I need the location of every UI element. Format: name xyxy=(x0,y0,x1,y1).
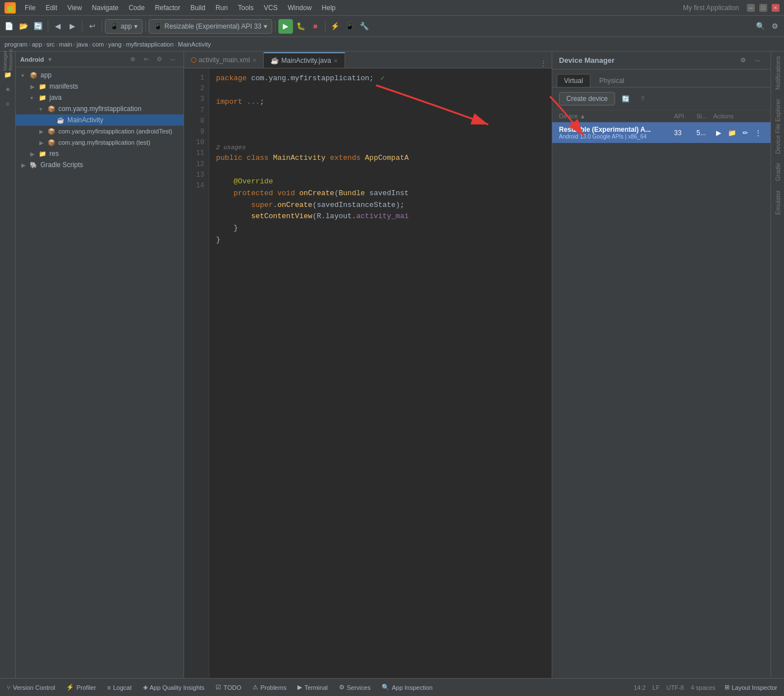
menu-edit[interactable]: Edit xyxy=(41,3,62,13)
sdk-btn[interactable]: 🔧 xyxy=(357,20,371,33)
maximize-button[interactable]: □ xyxy=(759,4,767,12)
tree-item-java[interactable]: ▾ 📁 java xyxy=(16,92,184,103)
back-btn[interactable]: ◀ xyxy=(51,20,65,33)
breadcrumb-mainactivity[interactable]: MainActivity xyxy=(178,41,211,48)
profiler-btn[interactable]: ⚡ Profiler xyxy=(64,683,98,692)
tree-item-gradle[interactable]: ▶ 🐘 Gradle Scripts xyxy=(16,159,184,170)
layout-inspector-btn[interactable]: ⊞ Layout Inspector xyxy=(722,683,780,692)
undo-btn[interactable]: ↩ xyxy=(85,20,99,33)
settings-btn[interactable]: ⚙ xyxy=(768,20,782,33)
structure-btn[interactable]: ≡ xyxy=(2,98,14,110)
tab-more-btn[interactable]: ⋮ xyxy=(535,59,552,68)
version-control-btn[interactable]: ⑂ Version Control xyxy=(4,683,57,692)
new-file-btn[interactable]: 📄 xyxy=(2,20,16,33)
avd-btn[interactable]: 📱 xyxy=(343,20,356,33)
breadcrumb-main[interactable]: main xyxy=(59,41,72,48)
tab-virtual[interactable]: Virtual xyxy=(557,74,590,87)
menu-run[interactable]: Run xyxy=(211,3,232,13)
menu-code[interactable]: Code xyxy=(124,3,149,13)
module-dropdown[interactable]: 📱 app ▾ xyxy=(105,19,143,34)
menu-file[interactable]: File xyxy=(20,3,40,13)
chevron-down-icon3[interactable]: ▾ xyxy=(48,56,52,63)
profiler-label: Profiler xyxy=(76,684,96,691)
resource-manager-btn[interactable]: Resource Manager xyxy=(2,54,14,66)
terminal-btn[interactable]: ▶ Terminal xyxy=(295,683,330,692)
device-manager-title: Device Manager ⚙ ─ xyxy=(552,52,771,70)
line-endings[interactable]: LF xyxy=(653,684,660,691)
debug-btn[interactable]: 🐛 xyxy=(294,20,308,33)
cursor-position[interactable]: 14:2 xyxy=(634,684,645,691)
open-btn[interactable]: 📂 xyxy=(17,20,30,33)
open-folder-btn[interactable]: 📁 xyxy=(727,127,738,139)
menu-tools[interactable]: Tools xyxy=(233,3,258,13)
run-device-btn[interactable]: ▶ xyxy=(713,127,725,139)
code-content[interactable]: package com.yang.myfirstapplication; ✓ i… xyxy=(209,68,552,678)
problems-btn[interactable]: ⚠ Problems xyxy=(250,683,288,692)
sync-gradle-btn[interactable]: ⚡ xyxy=(328,20,342,33)
locate-file-btn[interactable]: ⊕ xyxy=(126,53,139,66)
emulator-label[interactable]: Emulator xyxy=(773,186,782,219)
tree-item-mainactivity[interactable]: ▶ ☕ MainActivity xyxy=(16,114,184,126)
logcat-btn[interactable]: ≡ Logcat xyxy=(105,683,134,692)
tab-close-main[interactable]: ✕ xyxy=(333,58,338,64)
tree-arrow-manifests: ▶ xyxy=(30,84,37,90)
indent-size[interactable]: 4 spaces xyxy=(691,684,716,691)
menu-help[interactable]: Help xyxy=(317,3,340,13)
menu-navigate[interactable]: Navigate xyxy=(88,3,123,13)
breadcrumb-app[interactable]: app xyxy=(32,41,42,48)
panel-settings-btn[interactable]: ⚙ xyxy=(153,53,166,66)
create-device-button[interactable]: Create device xyxy=(559,92,615,105)
tree-item-test[interactable]: ▶ 📦 com.yang.myfirstapplication (test) xyxy=(16,137,184,148)
device-manager-panel: Device Manager ⚙ ─ Virtual Physical Crea… xyxy=(552,52,771,678)
edit-device-btn[interactable]: ✏ xyxy=(740,127,751,139)
tree-item-app[interactable]: ▾ 📦 app xyxy=(16,70,184,81)
device-file-explorer-label[interactable]: Device File Explorer xyxy=(773,94,782,158)
refresh-device-btn[interactable]: 🔄 xyxy=(620,93,632,105)
breadcrumb-program[interactable]: program xyxy=(4,41,27,48)
panel-minimize-btn[interactable]: ─ xyxy=(167,53,179,66)
notifications-label[interactable]: Notifications xyxy=(773,52,782,94)
app-inspection-btn[interactable]: 🔍 App Inspection xyxy=(379,683,435,692)
menu-window[interactable]: Window xyxy=(283,3,317,13)
breadcrumb-yang[interactable]: yang xyxy=(108,41,122,48)
breadcrumb-java[interactable]: java xyxy=(77,41,88,48)
sync-btn[interactable]: 🔄 xyxy=(31,20,45,33)
todo-btn[interactable]: ☑ TODO xyxy=(213,683,244,692)
breadcrumb-pkg[interactable]: myfirstapplication xyxy=(126,41,173,48)
menu-build[interactable]: Build xyxy=(186,3,210,13)
breadcrumb-com[interactable]: com xyxy=(92,41,104,48)
device-minimize-btn[interactable]: ─ xyxy=(751,54,764,67)
tree-item-android-test[interactable]: ▶ 📦 com.yang.myfirstapplication (android… xyxy=(16,126,184,137)
tab-close-activity[interactable]: ✕ xyxy=(252,57,256,63)
search-everywhere-btn[interactable]: 🔍 xyxy=(754,20,767,33)
encoding[interactable]: UTF-8 xyxy=(666,684,684,691)
tab-physical[interactable]: Physical xyxy=(593,75,631,87)
forward-btn[interactable]: ▶ xyxy=(66,20,79,33)
tab-mainactivity[interactable]: ☕ MainActivity.java ✕ xyxy=(264,52,345,68)
package-icon-atest: 📦 xyxy=(47,127,56,136)
tree-item-manifests[interactable]: ▶ 📁 manifests xyxy=(16,81,184,92)
stop-btn[interactable]: ■ xyxy=(309,20,322,33)
more-device-btn[interactable]: ⋮ xyxy=(753,127,764,139)
tree-item-com-yang[interactable]: ▾ 📦 com.yang.myfirstapplication xyxy=(16,103,184,114)
gradle-label[interactable]: Gradle xyxy=(773,158,782,186)
tab-activity-main[interactable]: ⬡ activity_main.xml ✕ xyxy=(184,52,264,68)
col-device-header[interactable]: Device ▲ xyxy=(559,113,674,119)
minimize-button[interactable]: ─ xyxy=(747,4,755,12)
app-quality-btn[interactable]: ◈ App Quality Insights xyxy=(141,683,207,692)
menu-refactor[interactable]: Refactor xyxy=(150,3,185,13)
device-dropdown[interactable]: 📱 Resizable (Experimental) API 33 ▾ xyxy=(149,19,272,34)
collapse-all-btn[interactable]: ⇐ xyxy=(140,53,152,66)
services-btn[interactable]: ⚙ Services xyxy=(337,683,373,692)
breadcrumb-src[interactable]: src xyxy=(47,41,55,48)
menu-view[interactable]: View xyxy=(63,3,86,13)
favorites-btn[interactable]: ★ xyxy=(2,83,14,95)
run-button[interactable]: ▶ xyxy=(278,19,293,34)
menu-vcs[interactable]: VCS xyxy=(259,3,282,13)
help-btn[interactable]: ? xyxy=(636,93,649,105)
close-button[interactable]: ✕ xyxy=(772,4,780,12)
device-settings-btn[interactable]: ⚙ xyxy=(737,54,749,67)
tree-item-res[interactable]: ▶ 📁 res xyxy=(16,148,184,159)
device-row-0[interactable]: Resizable (Experimental) A... Android 13… xyxy=(552,122,771,143)
version-control-label: Version Control xyxy=(13,684,55,691)
